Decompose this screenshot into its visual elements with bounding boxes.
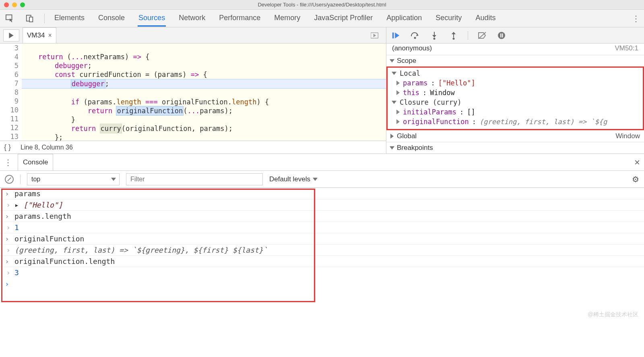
line-gutter: 34567891011121314 [0, 44, 22, 141]
scope-local-header[interactable]: Local [388, 68, 643, 78]
console-input-row[interactable]: ›params.length [0, 210, 644, 222]
scope-var-params[interactable]: params: ["Hello"] [388, 78, 643, 88]
device-toolbar-icon[interactable] [24, 13, 35, 24]
code-line: const curriedFunction = (params) => { [22, 71, 207, 79]
svg-point-11 [498, 32, 505, 39]
chevron-right-icon [396, 81, 400, 85]
inspect-element-icon[interactable] [4, 13, 15, 24]
close-drawer-icon[interactable]: × [634, 157, 640, 168]
code-line: return curry(originalFunction, params); [22, 125, 233, 133]
continue-to-here-icon[interactable] [367, 29, 383, 42]
tab-security[interactable]: Security [435, 10, 462, 27]
debugger-toolbar [386, 27, 644, 44]
settings-icon[interactable]: ⚙ [632, 174, 639, 184]
code-line: }; [22, 133, 63, 141]
svg-point-7 [433, 37, 436, 39]
editor-status: { } Line 8, Column 36 [0, 141, 386, 154]
tab-audits[interactable]: Audits [475, 10, 496, 27]
context-value: top [31, 176, 40, 183]
svg-line-10 [479, 32, 486, 39]
pause-on-exceptions-icon[interactable] [496, 30, 507, 41]
resume-icon[interactable] [390, 30, 401, 41]
more-menu-icon[interactable]: ⋮ [632, 14, 640, 23]
close-tab-icon[interactable]: × [48, 32, 52, 39]
code-editor[interactable]: 34567891011121314 return (...nextParams)… [0, 44, 386, 141]
chevron-down-icon [390, 59, 394, 62]
scope-var-this[interactable]: this: Window [388, 88, 643, 98]
svg-rect-12 [500, 33, 502, 37]
code-line: debugger; [22, 62, 92, 70]
scope-body: Local params: ["Hello"] this: Window Clo… [386, 66, 644, 130]
chevron-right-icon [396, 90, 400, 95]
tab-console[interactable]: Console [97, 10, 126, 27]
console-prompt[interactable]: › [0, 278, 644, 290]
drawer-tabstrip: ⋮ Console × [0, 154, 644, 171]
close-window-icon[interactable] [4, 2, 9, 7]
scope-section: Scope Local params: ["Hello"] this: Wind… [386, 55, 644, 154]
deactivate-breakpoints-icon[interactable] [477, 30, 487, 41]
window-titlebar: Developer Tools - file:///Users/yazeed/D… [0, 0, 644, 10]
file-tab-vm34[interactable]: VM34 × [23, 27, 56, 43]
clear-console-icon[interactable] [5, 175, 14, 184]
callstack-frame[interactable]: (anonymous) VM50:1 [386, 44, 644, 55]
code-line-current: debugger; [22, 79, 386, 89]
tab-js-profiler[interactable]: JavaScript Profiler [313, 10, 374, 27]
filter-input[interactable] [126, 173, 263, 185]
svg-rect-0 [6, 15, 12, 19]
chevron-down-icon [313, 178, 318, 181]
step-into-icon[interactable] [429, 30, 440, 41]
scope-header[interactable]: Scope [386, 55, 644, 66]
pretty-print-icon[interactable]: { } [4, 143, 11, 152]
svg-rect-2 [29, 17, 33, 22]
chevron-down-icon [390, 146, 394, 149]
console-input-row[interactable]: ›originalFunction [0, 233, 644, 244]
divider [468, 31, 468, 40]
svg-rect-4 [392, 32, 394, 38]
frame-location: VM50:1 [615, 44, 638, 52]
tab-memory[interactable]: Memory [273, 10, 301, 27]
chevron-right-icon [396, 110, 400, 114]
context-select[interactable]: top [27, 173, 120, 185]
console-output-row[interactable]: ‹3 [0, 267, 644, 278]
drawer-tab-console[interactable]: Console [18, 154, 53, 170]
console-toolbar: top Default levels ⚙ [0, 171, 644, 188]
console-output-row[interactable]: ‹▸["Hello"] [0, 199, 644, 210]
tab-sources[interactable]: Sources [138, 10, 166, 27]
divider [20, 174, 21, 184]
code-line: return originalFunction(...params); [22, 107, 233, 115]
minimize-window-icon[interactable] [12, 2, 17, 7]
console-output-row[interactable]: ‹1 [0, 222, 644, 233]
tab-network[interactable]: Network [178, 10, 206, 27]
scope-var-originalfunction[interactable]: originalFunction: (greeting, first, last… [388, 117, 643, 127]
scope-global[interactable]: Global Window [386, 130, 644, 142]
chevron-down-icon [111, 178, 116, 181]
log-levels-select[interactable]: Default levels [269, 175, 318, 183]
svg-rect-13 [502, 33, 503, 37]
scope-closure-header[interactable]: Closure (curry) [388, 98, 643, 107]
console-input-row[interactable]: ›params [0, 188, 644, 199]
devtools-tabstrip: Elements Console Sources Network Perform… [0, 10, 644, 27]
step-over-icon[interactable] [410, 30, 420, 41]
tab-application[interactable]: Application [386, 10, 423, 27]
code-line: } [22, 116, 75, 124]
watermark: @稀土掘金技术社区 [588, 311, 638, 318]
editor-pane: VM34 × 34567891011121314 return (...next… [0, 27, 386, 154]
divider [44, 14, 45, 23]
source-tabs: VM34 × [0, 27, 386, 44]
traffic-lights [4, 2, 25, 7]
chevron-right-icon [390, 134, 394, 139]
svg-point-9 [453, 37, 455, 39]
tab-elements[interactable]: Elements [54, 10, 85, 27]
step-out-icon[interactable] [448, 30, 459, 41]
console-input-row[interactable]: ›originalFunction.length [0, 255, 644, 267]
scope-var-initialparams[interactable]: initialParams: [] [388, 107, 643, 117]
sources-panel: VM34 × 34567891011121314 return (...next… [0, 27, 644, 154]
breakpoints-header[interactable]: Breakpoints [386, 142, 644, 154]
maximize-window-icon[interactable] [20, 2, 25, 7]
code-lines: return (...nextParams) => { debugger; co… [22, 44, 386, 141]
chevron-right-icon [396, 119, 400, 124]
run-snippet-icon[interactable] [3, 29, 19, 42]
tab-performance[interactable]: Performance [218, 10, 261, 27]
drawer-menu-icon[interactable]: ⋮ [4, 158, 12, 167]
console-output-row[interactable]: ‹(greeting, first, last) => `${greeting}… [0, 244, 644, 255]
